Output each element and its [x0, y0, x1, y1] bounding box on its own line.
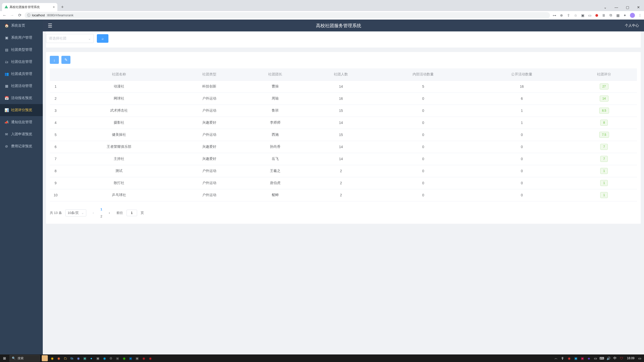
- folder-icon[interactable]: 🗀: [62, 355, 68, 361]
- prev-page-button[interactable]: ‹: [90, 209, 97, 216]
- sidebar-item-types[interactable]: ▤社团类型管理: [0, 44, 43, 56]
- nav-reload-icon[interactable]: ⟳: [17, 13, 22, 18]
- sidebar-item-ranking[interactable]: 📊社团评分预览: [0, 104, 43, 116]
- mic-icon[interactable]: ▣: [95, 355, 101, 361]
- sidebar-item-users[interactable]: ▣系统用户管理: [0, 32, 43, 44]
- search-button[interactable]: ⌕: [97, 34, 108, 43]
- table-row[interactable]: 9散打社户外运动唐伯虎2001: [50, 177, 637, 189]
- user-menu[interactable]: 个人中心: [625, 23, 639, 28]
- column-header: 社团团长: [242, 68, 308, 80]
- table-row[interactable]: 8测试户外运动王羲之2001: [50, 165, 637, 177]
- sidebar-item-members[interactable]: 👥社团成员管理: [0, 68, 43, 80]
- unity-icon[interactable]: ▣: [115, 355, 120, 361]
- browser-tab[interactable]: 高校社团服务管理系统 ×: [2, 3, 57, 11]
- firefox-icon[interactable]: ◉: [56, 355, 61, 361]
- tray-net-icon[interactable]: ⌨: [599, 355, 605, 361]
- nav-back-icon[interactable]: ←: [2, 13, 7, 18]
- page-number-1[interactable]: 1: [98, 206, 105, 213]
- table-row[interactable]: 2网球社户外运动周瑜160614: [50, 93, 637, 105]
- share-icon[interactable]: ⇪: [567, 13, 571, 17]
- window-maximize-button[interactable]: ▢: [622, 4, 633, 11]
- window-close-button[interactable]: ✕: [633, 4, 644, 11]
- table-row[interactable]: 10乒乓球社户外运动貂蝉2001: [50, 189, 637, 201]
- key-icon[interactable]: ⊶: [552, 13, 556, 17]
- table-row[interactable]: 6王者荣耀俱乐部兴趣爱好孙尚香14007: [50, 141, 637, 153]
- record-icon[interactable]: ◉: [147, 355, 153, 361]
- settings-icon[interactable]: ⚙: [108, 355, 114, 361]
- sidebar-item-info[interactable]: 🗂社团信息管理: [0, 56, 43, 68]
- edit-button[interactable]: ✎: [61, 56, 70, 64]
- table-row[interactable]: 4摄影社兴趣爱好李师师14018: [50, 117, 637, 129]
- note-icon[interactable]: 🗎: [602, 13, 606, 17]
- skype-icon[interactable]: ◉: [102, 355, 107, 361]
- club-select[interactable]: 请选择社团 ⌄: [46, 34, 94, 43]
- url-input[interactable]: ⓘ localhost:8080/#/teamsrank: [25, 12, 550, 19]
- terminal-icon[interactable]: ▣: [82, 355, 88, 361]
- download-button[interactable]: ↓: [50, 56, 59, 64]
- tray-mic-icon[interactable]: 🎙: [560, 355, 566, 361]
- sidebar-item-activities[interactable]: ▦社团活动管理: [0, 80, 43, 92]
- jump-page-input[interactable]: [127, 210, 137, 216]
- taskbar-user-icon[interactable]: [42, 355, 48, 361]
- adblock-icon[interactable]: ⬢: [595, 13, 599, 17]
- copy-icon[interactable]: ⧉: [609, 13, 613, 17]
- cell-internal: 0: [374, 165, 472, 177]
- tray-stop-icon[interactable]: ◉: [567, 355, 572, 361]
- info-icon[interactable]: ●: [89, 355, 94, 361]
- tray-ime-icon[interactable]: 中: [612, 355, 618, 361]
- store-icon[interactable]: 🛍: [69, 355, 74, 361]
- tray-battery-icon[interactable]: ▭: [593, 355, 598, 361]
- table-row[interactable]: 3武术搏击社户外运动鲁班15018.5: [50, 105, 637, 117]
- start-button[interactable]: ⊞: [0, 356, 9, 360]
- cell-members: 15: [308, 105, 374, 117]
- chevron-up-icon[interactable]: ︿: [553, 355, 559, 361]
- table-row[interactable]: 7主持社兴趣爱好岳飞14007: [50, 153, 637, 165]
- discord-icon[interactable]: ◉: [75, 355, 81, 361]
- cell-internal: 0: [374, 105, 472, 117]
- tab-close-icon[interactable]: ×: [53, 5, 55, 9]
- image-icon[interactable]: ▣: [581, 13, 585, 17]
- tray-heart-icon[interactable]: ◈: [586, 355, 592, 361]
- taskbar-clock[interactable]: 16:09: [625, 356, 636, 360]
- sidebar-item-fee[interactable]: ⊘费用记录预览: [0, 140, 43, 152]
- chrome-icon[interactable]: ◉: [49, 355, 55, 361]
- page-number-2[interactable]: 2: [98, 213, 105, 220]
- kebab-menu-icon[interactable]: ⋮: [638, 13, 642, 17]
- table-row[interactable]: 5健美操社户外运动西施15007.5: [50, 129, 637, 141]
- score-tag: 1: [600, 168, 608, 174]
- sidebar-item-home[interactable]: 🏠系统首页: [0, 20, 43, 32]
- sidebar-item-apply[interactable]: ✉入团申请预览: [0, 128, 43, 140]
- chevron-down-icon: ⌄: [88, 36, 91, 40]
- tray-sound-icon[interactable]: 🔊: [606, 355, 611, 361]
- profile-avatar-icon[interactable]: [630, 13, 635, 18]
- translate-icon[interactable]: ⊕: [559, 13, 564, 17]
- mysql-icon[interactable]: ▣: [134, 355, 140, 361]
- wallet-icon[interactable]: ▭: [588, 13, 592, 17]
- app-icon[interactable]: ▦: [616, 13, 620, 17]
- sidebar-item-signup[interactable]: 📅活动报名预览: [0, 92, 43, 104]
- wechat-icon[interactable]: ◉: [121, 355, 127, 361]
- menu-toggle-icon[interactable]: ☰: [48, 23, 52, 29]
- star-icon[interactable]: ☆: [574, 13, 578, 17]
- column-header: 社团人数: [308, 68, 374, 80]
- notification-icon[interactable]: ▭: [637, 355, 642, 361]
- taskbar-search[interactable]: 🔍 搜索: [10, 355, 40, 361]
- new-tab-button[interactable]: +: [59, 4, 66, 11]
- nav-forward-icon[interactable]: →: [10, 13, 15, 18]
- vscode-icon[interactable]: ▣: [128, 355, 133, 361]
- cell-members: 14: [308, 141, 374, 153]
- window-minimize-button[interactable]: —: [611, 4, 622, 11]
- page-size-select[interactable]: 10条/页 ⌄: [65, 209, 86, 216]
- cell-type: 兴趣爱好: [177, 141, 242, 153]
- tray-bt-icon[interactable]: ▣: [573, 355, 579, 361]
- tray-shield-icon[interactable]: 🛡: [619, 355, 624, 361]
- cell-leader: 鲁班: [242, 105, 308, 117]
- tray-wifi-icon[interactable]: ▣: [580, 355, 585, 361]
- music-icon[interactable]: ◉: [141, 355, 146, 361]
- table-row[interactable]: 1动漫社科技创新曹操1451627: [50, 80, 637, 93]
- puzzle-icon[interactable]: ✦: [623, 13, 627, 17]
- cell-leader: 周瑜: [242, 93, 308, 105]
- next-page-button[interactable]: ›: [106, 209, 113, 216]
- sidebar-item-notify[interactable]: 📣通知信息管理: [0, 116, 43, 128]
- chevron-down-icon[interactable]: ⌄: [600, 4, 611, 11]
